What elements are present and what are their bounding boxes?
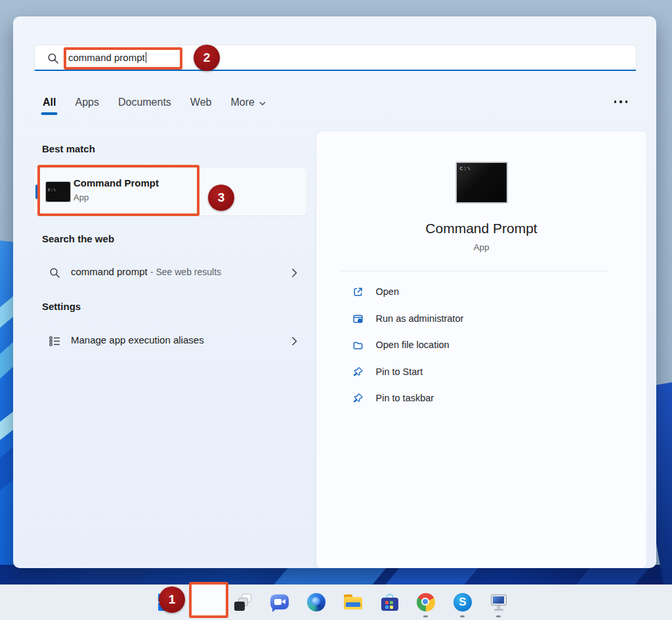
pc-app-button[interactable] xyxy=(489,592,509,612)
action-pin-to-taskbar[interactable]: Pin to taskbar xyxy=(331,386,633,412)
settings-result[interactable]: Manage app execution aliases xyxy=(34,326,306,357)
edge-button[interactable] xyxy=(306,592,326,612)
windows-11-desktop: command prompt All Apps Documents Web Mo… xyxy=(0,0,672,620)
action-open[interactable]: Open xyxy=(331,279,633,306)
chevron-right-icon[interactable] xyxy=(291,336,297,346)
annotation-highlight-taskbar-search xyxy=(189,582,228,618)
web-section-heading: Search the web xyxy=(42,233,114,244)
web-search-result[interactable]: command prompt - See web results xyxy=(34,258,306,288)
open-icon xyxy=(352,286,364,298)
running-indicator xyxy=(423,615,428,617)
preview-title: Command Prompt xyxy=(331,221,633,236)
tab-apps[interactable]: Apps xyxy=(75,97,98,115)
chat-icon xyxy=(270,594,289,609)
skype-icon: S xyxy=(453,593,472,611)
search-icon xyxy=(47,53,59,64)
admin-shield-icon xyxy=(352,313,364,324)
pc-monitor-icon xyxy=(491,594,507,606)
pin-icon xyxy=(352,393,364,404)
action-open-file-location[interactable]: Open file location xyxy=(331,332,633,359)
tab-more[interactable]: More xyxy=(230,97,265,115)
tab-documents[interactable]: Documents xyxy=(118,97,171,115)
search-flyout-panel: command prompt All Apps Documents Web Mo… xyxy=(13,16,656,568)
annotation-highlight-search-field xyxy=(64,47,182,70)
skype-button[interactable]: S xyxy=(453,592,472,612)
pin-icon xyxy=(352,366,364,378)
taskbar: S xyxy=(0,585,672,620)
app-actions-list: Open Run as administrator Open file loca… xyxy=(331,279,633,412)
annotation-step-badge-2: 2 xyxy=(194,45,220,71)
microsoft-store-button[interactable] xyxy=(380,592,400,612)
annotation-step-badge-3: 3 xyxy=(208,185,234,211)
chat-button[interactable] xyxy=(270,592,289,612)
divider xyxy=(341,271,608,271)
annotation-highlight-best-match xyxy=(37,165,200,216)
best-match-heading: Best match xyxy=(42,143,95,154)
task-view-button[interactable] xyxy=(234,592,253,612)
file-explorer-button[interactable] xyxy=(343,592,363,612)
settings-section-heading: Settings xyxy=(42,301,81,312)
running-indicator xyxy=(496,615,501,617)
more-options-icon[interactable] xyxy=(614,100,628,103)
search-filter-tabs: All Apps Documents Web More xyxy=(43,97,266,115)
web-result-text: command prompt - See web results xyxy=(71,266,221,277)
action-run-as-administrator[interactable]: Run as administrator xyxy=(331,306,633,333)
action-pin-to-start[interactable]: Pin to Start xyxy=(331,359,633,386)
folder-icon xyxy=(352,340,364,351)
chevron-right-icon[interactable] xyxy=(291,268,297,278)
search-icon xyxy=(49,267,60,278)
annotation-step-badge-1: 1 xyxy=(159,587,185,613)
settings-result-label: Manage app execution aliases xyxy=(71,334,204,345)
list-settings-icon xyxy=(49,336,60,347)
command-prompt-icon-large: C:\ xyxy=(455,162,508,204)
chrome-button[interactable] xyxy=(416,592,436,612)
running-indicator xyxy=(460,615,465,617)
tab-all[interactable]: All xyxy=(43,97,56,115)
tab-web[interactable]: Web xyxy=(190,97,212,115)
preview-subtitle: App xyxy=(331,242,633,252)
chevron-down-icon xyxy=(259,97,266,108)
active-tab-underline xyxy=(41,112,58,115)
result-preview-pane: C:\ Command Prompt App Open xyxy=(316,131,646,568)
